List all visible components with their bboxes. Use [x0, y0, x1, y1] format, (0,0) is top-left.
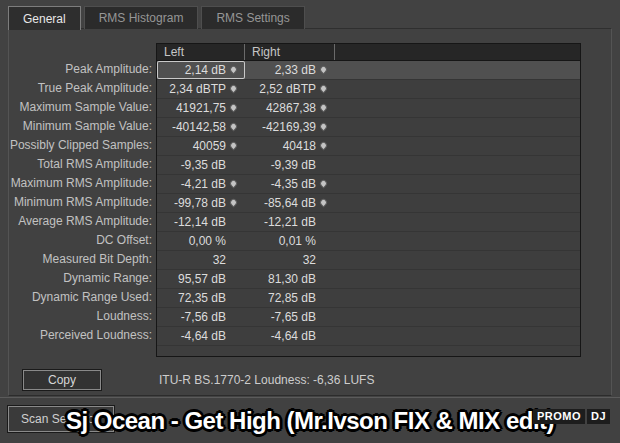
stat-value-right: -85,64 dB: [264, 194, 316, 212]
stat-cell-left[interactable]: -4,64 dB: [157, 327, 245, 345]
stat-cell-right[interactable]: 32: [245, 251, 335, 269]
stat-cell-right[interactable]: -4,64 dB: [245, 327, 335, 345]
stat-cell-spacer: [335, 270, 580, 288]
location-pin-icon[interactable]: [229, 197, 239, 207]
tab-general[interactable]: General: [8, 6, 81, 30]
stat-value-right: 81,30 dB: [268, 270, 316, 288]
stat-cell-spacer: [335, 232, 580, 250]
stat-cell-left[interactable]: 72,35 dB: [157, 289, 245, 307]
table-row[interactable]: 2,34 dBTP 2,52 dBTP: [157, 80, 580, 99]
stats-table-header: Left Right: [157, 44, 580, 61]
stat-value-right: -9,39 dB: [271, 156, 316, 174]
stat-value-right: 40418: [283, 137, 316, 155]
stat-label: Average RMS Amplitude:: [9, 212, 152, 231]
stat-cell-left[interactable]: -7,56 dB: [157, 308, 245, 326]
stat-value-left: 95,57 dB: [178, 270, 226, 288]
stat-label: Perceived Loudness:: [9, 326, 152, 345]
location-pin-icon[interactable]: [229, 178, 239, 188]
table-row[interactable]: -99,78 dB -85,64 dB: [157, 194, 580, 213]
tab-rms-histogram[interactable]: RMS Histogram: [84, 6, 199, 29]
promodj-logo-dj: DJ: [587, 409, 610, 424]
stat-cell-spacer: [335, 327, 580, 345]
table-row[interactable]: -4,64 dB -4,64 dB: [157, 327, 580, 346]
stat-value-left: 2,34 dBTP: [169, 80, 226, 98]
stat-cell-left[interactable]: 40059: [157, 137, 245, 155]
location-pin-icon[interactable]: [229, 121, 239, 131]
stat-cell-spacer: [335, 118, 580, 136]
stat-cell-right[interactable]: -42169,39: [245, 118, 335, 136]
table-row[interactable]: -12,14 dB -12,21 dB: [157, 213, 580, 232]
location-pin-icon[interactable]: [319, 64, 329, 74]
stat-value-left: 72,35 dB: [178, 289, 226, 307]
stat-value-left: -4,64 dB: [181, 327, 226, 345]
stat-cell-left[interactable]: 95,57 dB: [157, 270, 245, 288]
table-row[interactable]: -7,56 dB -7,65 dB: [157, 308, 580, 327]
copy-button[interactable]: Copy: [23, 370, 101, 390]
table-row[interactable]: 32 32: [157, 251, 580, 270]
location-pin-icon[interactable]: [319, 197, 329, 207]
location-pin-icon[interactable]: [319, 102, 329, 112]
stat-value-right: -12,21 dB: [264, 213, 316, 231]
stat-cell-left[interactable]: -4,21 dB: [157, 175, 245, 193]
stat-value-right: 32: [303, 251, 316, 269]
table-row[interactable]: 95,57 dB 81,30 dB: [157, 270, 580, 289]
stat-value-right: -42169,39: [262, 118, 316, 136]
stat-value-right: 2,52 dBTP: [259, 80, 316, 98]
tab-rms-settings[interactable]: RMS Settings: [201, 6, 304, 29]
stat-cell-left[interactable]: 41921,75: [157, 99, 245, 117]
location-pin-icon[interactable]: [319, 121, 329, 131]
stat-cell-left[interactable]: -40142,58: [157, 118, 245, 136]
stat-cell-spacer: [335, 289, 580, 307]
table-row[interactable]: -9,35 dB -9,39 dB: [157, 156, 580, 175]
stat-cell-right[interactable]: 72,85 dB: [245, 289, 335, 307]
table-row[interactable]: 0,00 % 0,01 %: [157, 232, 580, 251]
stat-cell-left[interactable]: 32: [157, 251, 245, 269]
tab-bar: General RMS Histogram RMS Settings: [8, 6, 305, 30]
stat-cell-left[interactable]: -12,14 dB: [157, 213, 245, 231]
stat-cell-right[interactable]: 0,01 %: [245, 232, 335, 250]
stat-cell-spacer: [335, 194, 580, 212]
stat-cell-right[interactable]: -9,39 dB: [245, 156, 335, 174]
stat-cell-left[interactable]: -9,35 dB: [157, 156, 245, 174]
stat-cell-right[interactable]: -12,21 dB: [245, 213, 335, 231]
stat-cell-left[interactable]: 2,34 dBTP: [157, 80, 245, 98]
location-pin-icon[interactable]: [229, 140, 239, 150]
location-pin-icon[interactable]: [319, 178, 329, 188]
location-pin-icon[interactable]: [319, 83, 329, 93]
table-row[interactable]: 41921,75 42867,38: [157, 99, 580, 118]
stat-value-right: 72,85 dB: [268, 289, 316, 307]
stat-cell-left[interactable]: -99,78 dB: [157, 194, 245, 212]
stat-cell-right[interactable]: 2,52 dBTP: [245, 80, 335, 98]
stat-cell-left[interactable]: 2,14 dB: [157, 61, 245, 79]
stat-label: Total RMS Amplitude:: [9, 155, 152, 174]
stat-cell-left[interactable]: 0,00 %: [157, 232, 245, 250]
stat-cell-right[interactable]: 81,30 dB: [245, 270, 335, 288]
table-row[interactable]: 40059 40418: [157, 137, 580, 156]
location-pin-icon[interactable]: [229, 64, 239, 74]
stat-cell-right[interactable]: 42867,38: [245, 99, 335, 117]
table-row[interactable]: -4,21 dB -4,35 dB: [157, 175, 580, 194]
table-row[interactable]: 2,14 dB 2,33 dB: [157, 61, 580, 80]
stat-cell-spacer: [335, 80, 580, 98]
stat-cell-spacer: [335, 156, 580, 174]
table-row[interactable]: 72,35 dB 72,85 dB: [157, 289, 580, 308]
stat-value-left: -9,35 dB: [181, 156, 226, 174]
stat-value-left: 2,14 dB: [185, 61, 226, 79]
stat-cell-right[interactable]: -7,65 dB: [245, 308, 335, 326]
location-pin-icon[interactable]: [229, 102, 239, 112]
stat-label: Measured Bit Depth:: [9, 250, 152, 269]
location-pin-icon[interactable]: [319, 140, 329, 150]
column-header-right: Right: [245, 44, 335, 60]
stats-table: Left Right 2,14 dB 2,33 dB 2,34 dBTP 2,5…: [156, 43, 581, 357]
location-pin-icon[interactable]: [229, 83, 239, 93]
stat-value-left: -40142,58: [172, 118, 226, 136]
stat-cell-spacer: [335, 251, 580, 269]
stat-cell-right[interactable]: -85,64 dB: [245, 194, 335, 212]
stat-value-right: -4,35 dB: [271, 175, 316, 193]
table-row[interactable]: -40142,58 -42169,39: [157, 118, 580, 137]
column-header-spacer: [335, 44, 580, 60]
stat-value-left: -4,21 dB: [181, 175, 226, 193]
stat-cell-right[interactable]: 2,33 dB: [245, 61, 335, 79]
stat-cell-right[interactable]: -4,35 dB: [245, 175, 335, 193]
stat-cell-right[interactable]: 40418: [245, 137, 335, 155]
